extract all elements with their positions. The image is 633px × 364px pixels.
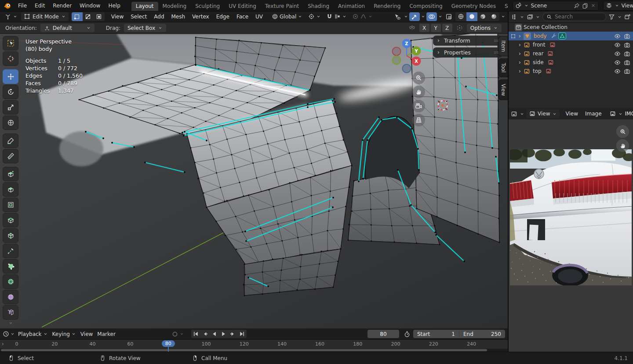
previous-keyframe-button[interactable] [200, 330, 210, 338]
outliner-item-side[interactable]: side [509, 58, 633, 67]
outliner-editor-icon[interactable] [511, 14, 517, 20]
workspace-tab-s[interactable]: S [500, 2, 513, 11]
chevr-icon[interactable] [517, 60, 522, 65]
chevr-icon[interactable] [517, 34, 522, 39]
overlays-button[interactable] [426, 12, 437, 21]
auto-keying-icon[interactable] [171, 331, 178, 338]
edge-mode-button[interactable] [83, 12, 94, 21]
workspace-tab-shading[interactable]: Shading [303, 2, 334, 11]
tool-rip-region-button[interactable] [3, 305, 18, 320]
menu-file[interactable]: File [14, 0, 31, 11]
tool-annotate-button[interactable] [3, 133, 18, 148]
show-gizmo-button[interactable] [392, 12, 403, 21]
object-name[interactable]: top [533, 68, 542, 74]
orientation-setting-dropdown[interactable]: Default [40, 24, 95, 32]
image-datablock-name[interactable]: IMG [625, 111, 633, 117]
stopwatch-icon[interactable] [404, 331, 411, 338]
timeline-editor-icon[interactable] [3, 331, 9, 337]
mirror-axis-z-button[interactable]: Z [442, 24, 452, 32]
chevr-icon[interactable] [517, 51, 522, 56]
timeline-ruler[interactable]: 020406010012014016018020022024080 [0, 340, 508, 349]
close-icon[interactable] [590, 3, 596, 8]
eye-icon[interactable] [614, 68, 621, 75]
camera-icon[interactable] [624, 42, 630, 48]
falloff-sphere-icon[interactable] [456, 24, 463, 32]
camera-icon[interactable] [624, 59, 630, 66]
jump-to-end-button[interactable] [237, 330, 247, 338]
tool-transform-button[interactable] [3, 115, 18, 130]
nav-hand-button[interactable] [412, 86, 425, 98]
playhead-line[interactable] [168, 347, 169, 352]
image-datablock-icon[interactable] [610, 111, 616, 117]
menu-help[interactable]: Help [104, 0, 124, 11]
mirror-axis-y-button[interactable]: Y [431, 24, 441, 32]
display-mode-icon[interactable] [527, 14, 533, 20]
n-panel-tab-item[interactable]: Item [498, 36, 508, 56]
chevr-icon[interactable] [517, 43, 522, 47]
outliner-item-front[interactable]: front [509, 40, 633, 49]
tool-move-button[interactable] [3, 69, 18, 84]
shading-solid-button[interactable] [466, 12, 477, 21]
workspace-tab-uv-editing[interactable]: UV Editing [224, 2, 261, 11]
camera-icon[interactable] [624, 33, 630, 40]
mesh-data-badge[interactable] [558, 32, 566, 40]
chev-icon[interactable] [404, 14, 408, 19]
drag-setting-dropdown[interactable]: Select Box [124, 24, 166, 32]
image-editor-icon[interactable] [511, 111, 517, 117]
snap-dropdown[interactable] [324, 13, 349, 20]
eye-icon[interactable] [614, 33, 621, 40]
toggle-xray-button[interactable] [444, 12, 454, 21]
timeline-menu-keying[interactable]: Keying [50, 331, 78, 337]
viewport-menu-face[interactable]: Face [233, 14, 252, 20]
face-mode-button[interactable] [94, 12, 105, 21]
tool-smooth-button[interactable] [3, 290, 18, 304]
viewlayer-selector[interactable]: ViewLayer [603, 1, 633, 11]
outliner-item-rear[interactable]: rear [509, 49, 633, 58]
new-collection-icon[interactable] [624, 14, 631, 20]
menu-render[interactable]: Render [49, 0, 76, 11]
n-panel-transform[interactable]: Transform [433, 36, 502, 46]
next-keyframe-button[interactable] [228, 330, 237, 338]
transform-orientation-dropdown[interactable]: Global [269, 13, 305, 20]
image-canvas[interactable] [509, 119, 633, 352]
workspace-tab-animation[interactable]: Animation [334, 2, 369, 11]
jump-to-start-button[interactable] [191, 330, 200, 338]
filter-icon[interactable] [608, 14, 615, 20]
pan-button[interactable] [616, 139, 629, 152]
timeline-menu-playback[interactable]: Playback [16, 331, 50, 337]
n-panel-tab-view[interactable]: View [498, 79, 508, 100]
timeline-menu-view[interactable]: View [78, 331, 95, 337]
eye-icon[interactable] [614, 50, 621, 57]
mirror-axis-x-button[interactable]: X [419, 24, 429, 32]
editor-type-button[interactable] [2, 13, 20, 20]
nav-camera-button[interactable] [412, 100, 425, 112]
workspace-tab-geometry-nodes[interactable]: Geometry Nodes [447, 2, 500, 11]
start-frame-field[interactable]: Start1 [413, 331, 459, 337]
navigation-gizmo[interactable]: ZYX [386, 36, 428, 75]
mode-dropdown[interactable]: Edit Mode [21, 12, 69, 21]
chevron-down-icon[interactable] [501, 14, 506, 19]
options-dropdown[interactable]: Options [467, 24, 502, 32]
mirror-icon[interactable] [408, 24, 416, 32]
n-panel-properties[interactable]: Properties [433, 47, 502, 58]
workspace-tab-rendering[interactable]: Rendering [369, 2, 405, 11]
tool-extrude-region-button[interactable] [3, 182, 18, 197]
workspace-tab-layout[interactable]: Layout [131, 2, 158, 11]
tool-tweak-select-button[interactable] [3, 36, 18, 50]
tool-loop-cut-button[interactable] [3, 228, 18, 243]
workspace-tab-compositing[interactable]: Compositing [405, 2, 447, 11]
viewlayer-name[interactable]: ViewLayer [622, 3, 633, 9]
image-mode-dropdown[interactable]: View [527, 109, 560, 118]
image-data-icon[interactable] [549, 42, 556, 48]
eye-icon[interactable] [614, 59, 621, 66]
tool-rotate-button[interactable] [3, 85, 18, 99]
gizmos-button[interactable] [409, 12, 420, 21]
current-frame-badge[interactable]: 80 [162, 340, 175, 347]
pin-icon[interactable] [574, 3, 580, 9]
object-name[interactable]: front [533, 42, 546, 48]
workspace-tab-sculpting[interactable]: Sculpting [191, 2, 224, 11]
menu-edit[interactable]: Edit [31, 0, 49, 11]
nav-grid-button[interactable] [412, 114, 425, 126]
play-reverse-button[interactable] [210, 330, 219, 338]
object-name[interactable]: rear [533, 50, 543, 57]
